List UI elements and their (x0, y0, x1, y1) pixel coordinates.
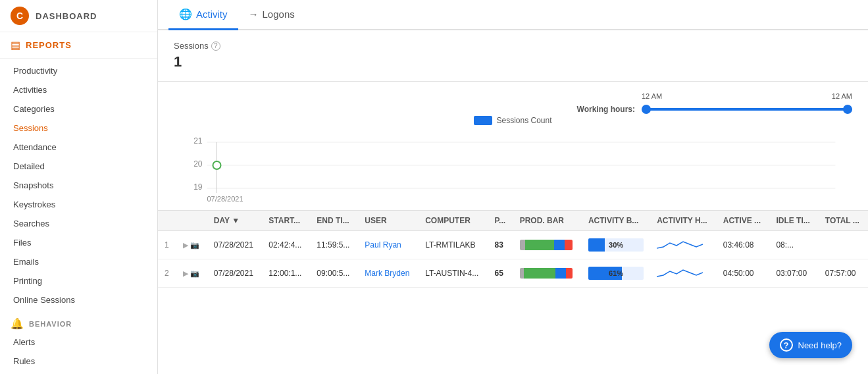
logo-icon[interactable]: C (11, 7, 29, 25)
cell-activity-bar: 61% (582, 259, 650, 288)
sessions-count: 1 (174, 53, 852, 70)
cell-end: 11:59:5... (310, 231, 358, 259)
chart-legend: Sessions Count (174, 116, 852, 125)
chart-svg: 21 20 19 07/28/2021 (174, 130, 852, 205)
working-hours-label: Working hours: (577, 105, 635, 114)
data-table: DAY ▼ START... END TI... USER COMPUTER P… (158, 211, 868, 288)
svg-text:21: 21 (193, 136, 203, 146)
reports-label: REPORTS (26, 40, 72, 50)
behavior-label: BEHAVIOR (29, 320, 72, 328)
cell-prod-bar (513, 259, 582, 288)
cell-activity-h (650, 231, 717, 259)
sessions-info-icon[interactable]: ? (211, 41, 220, 51)
col-p: P... (488, 211, 513, 231)
cell-start: 12:00:1... (262, 259, 310, 288)
svg-text:19: 19 (193, 182, 203, 192)
col-end: END TI... (310, 211, 358, 231)
sidebar-item-snapshots[interactable]: Snapshots (0, 176, 157, 195)
tab-logons[interactable]: → Logons (238, 1, 305, 30)
content-area: Sessions ? 1 12 AM 12 AM Working hours: (158, 30, 868, 374)
col-computer: COMPUTER (419, 211, 488, 231)
legend-box (474, 116, 492, 125)
range-dot-left[interactable] (642, 105, 651, 114)
sessions-card: Sessions ? 1 (158, 30, 868, 82)
sidebar-item-activities[interactable]: Activities (0, 80, 157, 99)
table-row: 2 ▶ 📷 07/28/2021 12:00:1... 09:00:5... M… (158, 259, 868, 288)
cell-idle: 03:07:00 (769, 259, 818, 288)
sidebar-item-files[interactable]: Files (0, 233, 157, 252)
cell-num: 1 (158, 231, 176, 259)
cell-total: 07:57:00 (819, 259, 868, 288)
cell-computer: LT-AUSTIN-4... (419, 259, 488, 288)
sidebar-item-detailed[interactable]: Detailed (0, 157, 157, 176)
sessions-label: Sessions ? (174, 41, 852, 51)
svg-point-7 (213, 161, 221, 169)
bell-icon: 🔔 (11, 317, 24, 330)
cell-total (819, 231, 868, 259)
cell-activity-bar: 30% (582, 231, 650, 259)
sidebar-nav: Productivity Activities Categories Sessi… (0, 59, 157, 373)
cell-user[interactable]: Paul Ryan (358, 231, 419, 259)
col-idle: IDLE TI... (769, 211, 818, 231)
cell-active: 03:46:08 (717, 231, 770, 259)
col-rownum (158, 211, 176, 231)
col-total: TOTAL ... (819, 211, 868, 231)
sidebar-item-categories[interactable]: Categories (0, 99, 157, 119)
sidebar: C DASHBOARD ▤ REPORTS Productivity Activ… (0, 0, 158, 374)
sidebar-item-attendance[interactable]: Attendance (0, 138, 157, 157)
cell-active: 04:50:00 (717, 259, 770, 288)
help-button[interactable]: ? Need help? (769, 332, 853, 358)
sidebar-item-keystrokes[interactable]: Keystrokes (0, 195, 157, 214)
sidebar-item-rules[interactable]: Rules (0, 352, 157, 371)
logons-tab-label: Logons (263, 9, 295, 20)
cell-end: 09:00:5... (310, 259, 358, 288)
cell-activity-h (650, 259, 717, 288)
col-start: START... (262, 211, 310, 231)
behavior-section: 🔔 BEHAVIOR (0, 309, 157, 333)
col-active: ACTIVE ... (717, 211, 770, 231)
sidebar-item-online-sessions[interactable]: Online Sessions (0, 290, 157, 309)
sidebar-header: C DASHBOARD (0, 0, 157, 32)
cell-num: 2 (158, 259, 176, 288)
time-label-left: 12 AM (642, 92, 662, 100)
sidebar-item-emails[interactable]: Emails (0, 252, 157, 271)
col-user: USER (358, 211, 419, 231)
cell-user[interactable]: Mark Bryden (358, 259, 419, 288)
sidebar-item-sessions[interactable]: Sessions (0, 119, 157, 138)
activity-tab-label: Activity (196, 9, 228, 20)
help-icon: ? (780, 338, 793, 352)
tabs-bar: 🌐 Activity → Logons (158, 0, 868, 30)
table-row: 1 ▶ 📷 07/28/2021 02:42:4... 11:59:5... P… (158, 231, 868, 259)
col-cam (176, 211, 207, 231)
sidebar-item-printing[interactable]: Printing (0, 271, 157, 290)
sidebar-item-alerts[interactable]: Alerts (0, 333, 157, 352)
chart-area: 12 AM 12 AM Working hours: Sessions Coun… (158, 82, 868, 211)
cell-day: 07/28/2021 (207, 231, 262, 259)
reports-button[interactable]: ▤ REPORTS (0, 32, 157, 59)
cell-prod-bar (513, 231, 582, 259)
svg-text:07/28/2021: 07/28/2021 (207, 195, 243, 203)
col-prod-bar: PROD. BAR (513, 211, 582, 231)
main-content: 🌐 Activity → Logons Sessions ? 1 12 AM 1… (158, 0, 868, 374)
cell-idle: 08:... (769, 231, 818, 259)
cell-start: 02:42:4... (262, 231, 310, 259)
reports-icon: ▤ (11, 39, 20, 51)
sidebar-item-productivity[interactable]: Productivity (0, 61, 157, 80)
col-day[interactable]: DAY ▼ (207, 211, 262, 231)
tab-activity[interactable]: 🌐 Activity (168, 0, 238, 30)
time-label-right: 12 AM (832, 92, 852, 100)
cell-p: 83 (488, 231, 513, 259)
range-track (642, 108, 852, 111)
sidebar-item-searches[interactable]: Searches (0, 214, 157, 233)
range-dot-right[interactable] (843, 105, 852, 114)
svg-text:20: 20 (193, 159, 203, 169)
col-activity-h: ACTIVITY H... (650, 211, 717, 231)
cell-computer: LT-RMTILAKB (419, 231, 488, 259)
cell-p: 65 (488, 259, 513, 288)
dashboard-title: DASHBOARD (36, 11, 97, 21)
help-label: Need help? (798, 340, 842, 350)
logons-tab-icon: → (249, 9, 259, 20)
cell-cam: ▶ 📷 (176, 231, 207, 259)
activity-tab-icon: 🌐 (179, 8, 192, 20)
range-slider[interactable] (642, 103, 852, 116)
